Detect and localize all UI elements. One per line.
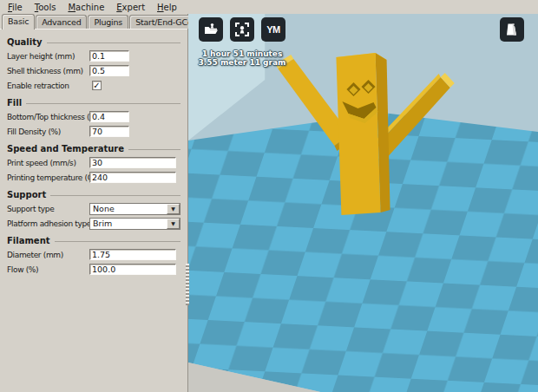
section-title-quality: Quality	[7, 37, 180, 47]
ym-monogram-icon: YM	[266, 24, 280, 35]
view-mode-icon	[503, 21, 521, 38]
printing-temperature-c-input[interactable]	[89, 172, 176, 183]
setting-row-fill-density: Fill Density (%)	[7, 125, 180, 138]
setting-row-flow: Flow (%)	[7, 263, 180, 276]
flow-input[interactable]	[89, 264, 176, 275]
setting-row-support-type: Support typeNone▼	[7, 202, 180, 215]
setting-label-diameter-mm: Diameter (mm)	[7, 251, 89, 259]
view-mode-button[interactable]	[500, 17, 524, 42]
menu-tools[interactable]: Tools	[29, 2, 62, 13]
menu-help[interactable]: Help	[151, 2, 183, 13]
bottom-top-thickness-mm-input[interactable]	[89, 111, 129, 122]
section-title-speed-and-temperature: Speed and Temperature	[7, 144, 180, 154]
setting-label-fill-density: Fill Density (%)	[7, 127, 89, 136]
layer-height-mm-input[interactable]	[89, 50, 129, 62]
3d-scene	[188, 14, 538, 392]
setting-label-flow: Flow (%)	[7, 265, 89, 274]
setting-label-bottom-top-thickness-mm: Bottom/Top thickness (mm)	[7, 113, 89, 121]
printer-icon	[233, 21, 251, 38]
section-title-fill: Fill	[7, 98, 180, 108]
print-speed-mm-s-input[interactable]	[89, 157, 176, 168]
tabbar: BasicAdvancedPluginsStart/End-GCode	[0, 14, 187, 29]
menu-expert[interactable]: Expert	[110, 2, 151, 13]
viewport-toolbar: YM	[199, 17, 285, 42]
setting-row-layer-height-mm: Layer height (mm)	[7, 49, 180, 62]
shell-thickness-mm-input[interactable]	[89, 65, 129, 76]
setting-label-support-type: Support type	[7, 205, 89, 213]
setting-row-platform-adhesion-type: Platform adhesion typeBrim▼	[7, 217, 180, 230]
tab-plugins[interactable]: Plugins	[88, 15, 128, 29]
cura-window: FileToolsMachineExpertHelp BasicAdvanced…	[0, 0, 538, 392]
setting-row-diameter-mm: Diameter (mm)	[7, 248, 180, 261]
setting-label-enable-retraction: Enable retraction	[7, 82, 89, 90]
setting-label-print-speed-mm-s: Print speed (mm/s)	[7, 159, 89, 167]
platform-adhesion-type-select[interactable]: Brim▼	[89, 218, 180, 230]
setting-label-printing-temperature-c: Printing temperature (C)	[7, 173, 89, 182]
tab-advanced[interactable]: Advanced	[36, 15, 87, 29]
setting-row-bottom-top-thickness-mm: Bottom/Top thickness (mm)	[7, 110, 180, 123]
youmagine-share-button[interactable]: YM	[261, 17, 285, 42]
section-title-filament: Filament	[7, 236, 180, 245]
splitter-handle[interactable]	[186, 264, 189, 305]
3d-viewport[interactable]: YM 1 hour 51 minutes 3.55 meter 11 gram	[188, 14, 538, 392]
setting-label-layer-height-mm: Layer height (mm)	[7, 52, 89, 61]
support-type-value: None	[93, 204, 167, 213]
menu-file[interactable]: File	[2, 2, 29, 13]
main-split: BasicAdvancedPluginsStart/End-GCode Qual…	[0, 14, 538, 392]
save-toolpath-button[interactable]	[230, 17, 254, 42]
support-type-select[interactable]: None▼	[89, 203, 180, 215]
menubar: FileToolsMachineExpertHelp	[0, 0, 538, 14]
setting-row-printing-temperature-c: Printing temperature (C)	[7, 171, 180, 184]
chevron-down-icon[interactable]: ▼	[167, 204, 180, 214]
fill-density-input[interactable]	[89, 126, 129, 137]
setting-row-print-speed-mm-s: Print speed (mm/s)	[7, 156, 180, 169]
folder-icon	[202, 21, 220, 38]
diameter-mm-input[interactable]	[89, 249, 176, 260]
setting-label-platform-adhesion-type: Platform adhesion type	[7, 219, 89, 228]
setting-row-shell-thickness-mm: Shell thickness (mm)	[7, 64, 180, 77]
load-model-button[interactable]	[199, 17, 223, 42]
tab-basic[interactable]: Basic	[2, 14, 35, 29]
chevron-down-icon[interactable]: ▼	[167, 219, 180, 229]
setting-row-enable-retraction: Enable retraction✓	[7, 79, 180, 92]
platform-adhesion-type-value: Brim	[93, 219, 167, 228]
menu-machine[interactable]: Machine	[62, 2, 110, 13]
panel-content: QualityLayer height (mm)Shell thickness …	[0, 29, 187, 276]
enable-retraction-checkbox[interactable]: ✓	[92, 81, 102, 90]
settings-panel: BasicAdvancedPluginsStart/End-GCode Qual…	[0, 14, 188, 392]
setting-label-shell-thickness-mm: Shell thickness (mm)	[7, 67, 89, 75]
section-title-support: Support	[7, 190, 180, 199]
